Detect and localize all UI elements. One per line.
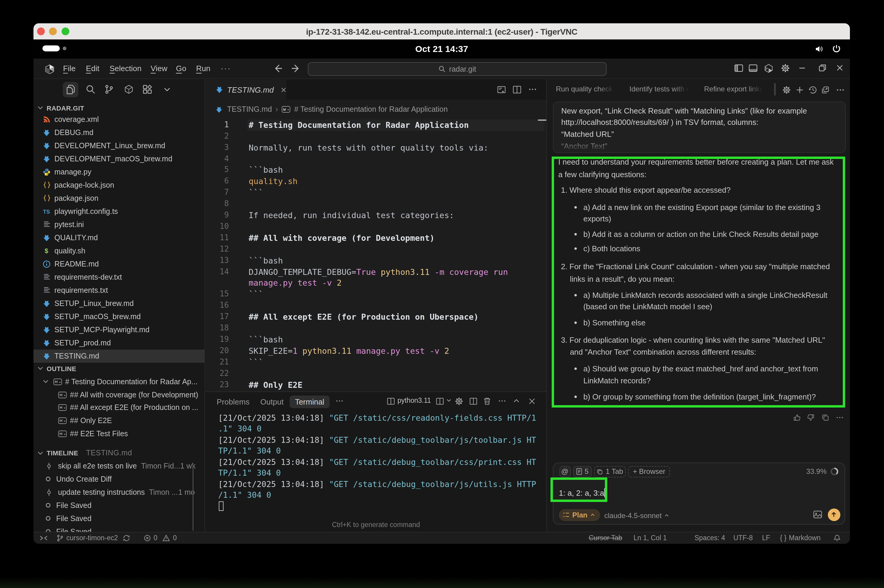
file-row-manage.py[interactable]: manage.py [33,165,204,178]
split-editor-icon[interactable] [512,85,522,94]
chevron-down-icon[interactable] [159,82,174,97]
file-row-QUALITY.md[interactable]: QUALITY.md [33,231,204,244]
chat-tab-1[interactable]: Run quality check an [556,85,615,93]
bell-icon[interactable] [833,534,841,542]
panel-more-icon[interactable] [335,396,344,405]
section-header-outline[interactable]: OUTLINE [33,362,204,375]
menu-go[interactable]: Go [176,64,186,73]
menu-run[interactable]: Run [196,64,210,73]
outline-row[interactable]: ## All with coverage (for Development) [33,388,204,401]
eol-item[interactable]: LF [762,534,770,541]
timeline-row[interactable]: File Saved [33,512,204,525]
terminal-shell-label[interactable]: python3.11 [398,396,431,404]
cube-layout-icon[interactable] [764,63,774,74]
git-branch-item[interactable]: cursor-timon-ec2 [56,534,131,542]
menu-file[interactable]: File [63,64,76,73]
file-row-DEBUG.md[interactable]: DEBUG.md [33,126,204,139]
timeline-row[interactable]: Undo Create Diff [33,472,204,486]
open-in-editor-icon[interactable] [821,86,830,94]
chat-history-icon[interactable] [808,86,817,94]
terminal-gear-icon[interactable] [455,396,464,405]
remote-window-icon[interactable] [139,82,155,97]
tab-terminal[interactable]: Terminal [290,395,330,408]
tab-problems[interactable]: Problems [211,395,255,408]
model-selector[interactable]: claude-4.5-sonnet [604,511,669,520]
file-row-SETUP_prod.md[interactable]: SETUP_prod.md [33,336,204,350]
chat-settings-gear-icon[interactable] [782,86,791,94]
terminal-panes-icon[interactable] [435,396,444,405]
timeline-row[interactable]: skip all e2e tests on liveTimon Fid...1 … [33,459,204,472]
cursor-position-item[interactable]: Ln 1, Col 1 [633,534,667,541]
minimize-icon[interactable] [798,63,807,72]
search-icon[interactable] [83,82,98,97]
sidebar-scrollbar[interactable] [192,465,194,531]
response-more-icon[interactable] [836,414,844,422]
outline-row[interactable]: ## E2E Test Files [33,427,204,440]
cursor-logo-icon[interactable] [44,64,55,75]
open-changes-icon[interactable] [497,85,506,94]
chat-tab-3[interactable]: Refine export links f [704,85,764,93]
file-row-coverage.xml[interactable]: coverage.xml [33,113,204,126]
file-row-DEVELOPMENT_macOS_brew.md[interactable]: DEVELOPMENT_macOS_brew.md [33,152,204,165]
explorer-icon[interactable] [63,82,78,97]
extensions-icon[interactable] [121,82,136,97]
nav-back-icon[interactable] [273,63,284,74]
problems-item[interactable]: 0 0 [143,534,177,542]
tab-context-chip[interactable]: 1 Tab [594,466,626,477]
files-chip[interactable]: 5 [573,466,592,477]
settings-gear-icon[interactable] [780,63,790,73]
user-message-bubble[interactable]: New export, “Link Check Result” with “Ma… [553,102,846,153]
copy-response-icon[interactable] [821,414,830,422]
menu-view[interactable]: View [151,64,167,73]
file-row-package.json[interactable]: package.json [33,192,204,205]
file-row-README.md[interactable]: README.md [33,258,204,271]
file-row-quality.sh[interactable]: $quality.sh [33,244,204,258]
file-row-pytest.ini[interactable]: pytest.ini [33,218,204,231]
timeline-row[interactable]: File Saved [33,525,204,532]
tab-close-icon[interactable] [280,86,288,93]
mention-chip[interactable]: @ [559,466,570,477]
menu-selection[interactable]: Selection [110,64,142,73]
remote-indicator-icon[interactable] [39,534,48,542]
editor-more-icon[interactable] [528,85,537,94]
new-chat-plus-icon[interactable] [795,86,804,94]
send-button[interactable] [827,508,840,521]
encoding-item[interactable]: UTF-8 [733,534,753,541]
outline-row[interactable]: ## All except E2E (for Production on ... [33,401,204,414]
tab-output[interactable]: Output [255,395,289,408]
cursor-tab-item[interactable]: Cursor Tab [589,534,622,541]
file-row-DEVELOPMENT_Linux_brew.md[interactable]: DEVELOPMENT_Linux_brew.md [33,139,204,152]
restore-icon[interactable] [818,63,827,72]
browser-chip[interactable]: + Browser [628,466,670,477]
attach-image-icon[interactable] [813,510,822,519]
thumbs-up-icon[interactable] [794,414,801,422]
file-row-SETUP_Linux_brew.md[interactable]: SETUP_Linux_brew.md [33,297,204,310]
tab-testing-md[interactable]: TESTING.md [206,80,287,100]
section-header-timeline[interactable]: TIMELINETESTING.md [33,446,204,459]
section-header-root[interactable]: RADAR.GIT [33,101,204,114]
file-row-requirements.txt[interactable]: requirements.txt [33,284,204,297]
split-terminal-icon[interactable] [469,396,478,405]
outline-row[interactable]: ## Only E2E [33,414,204,427]
breadcrumb[interactable]: TESTING.md › # Testing Documentation for… [206,100,546,119]
timeline-row[interactable]: update testing instructionsTimon ...1 mo [33,486,204,499]
terminal-dropdown-icon[interactable] [445,396,452,404]
menu-more[interactable]: ··· [221,64,231,73]
kill-terminal-icon[interactable] [483,396,492,405]
menu-edit[interactable]: Edit [86,64,99,73]
toggle-sidebar-icon[interactable] [734,63,743,73]
language-item[interactable]: { }Markdown [780,534,821,541]
thumbs-down-icon[interactable] [807,414,815,422]
terminal-more-icon[interactable] [498,396,506,405]
panel-maximize-icon[interactable] [512,396,521,405]
terminal-output[interactable]: [21/Oct/2025 13:04:18] "GET /static/css/… [218,412,536,501]
code-editor[interactable]: 1# Testing Documentation for Radar Appli… [206,119,546,391]
outline-row[interactable]: # Testing Documentation for Radar Ap... [33,375,204,388]
panel-close-icon[interactable] [527,396,536,405]
file-row-SETUP_macOS_brew.md[interactable]: SETUP_macOS_brew.md [33,310,204,323]
source-control-icon[interactable] [101,82,117,97]
volume-icon[interactable] [815,44,824,54]
file-row-TESTING.md[interactable]: TESTING.md [33,350,204,363]
chat-tab-2[interactable]: Identify tests with ex [629,85,690,93]
close-icon[interactable] [835,63,844,72]
